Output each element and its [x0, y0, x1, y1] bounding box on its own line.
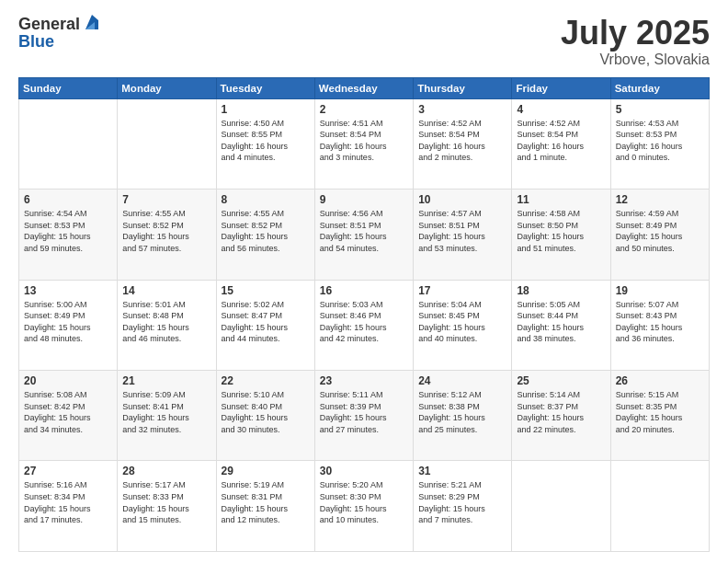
calendar-cell: 10Sunrise: 4:57 AM Sunset: 8:51 PM Dayli… — [414, 190, 512, 280]
day-number: 9 — [320, 193, 408, 206]
calendar-cell: 5Sunrise: 4:53 AM Sunset: 8:53 PM Daylig… — [610, 98, 709, 189]
page: General Blue July 2025 Vrbove, Slovakia … — [0, 0, 728, 563]
day-number: 7 — [122, 193, 210, 206]
calendar-cell: 13Sunrise: 5:00 AM Sunset: 8:49 PM Dayli… — [19, 280, 118, 370]
day-info: Sunrise: 5:14 AM Sunset: 8:37 PM Dayligh… — [517, 389, 605, 435]
day-number: 20 — [24, 374, 112, 387]
day-info: Sunrise: 4:56 AM Sunset: 8:51 PM Dayligh… — [320, 208, 408, 254]
day-number: 27 — [24, 465, 112, 477]
day-info: Sunrise: 5:08 AM Sunset: 8:42 PM Dayligh… — [24, 389, 112, 435]
day-info: Sunrise: 4:59 AM Sunset: 8:49 PM Dayligh… — [616, 208, 704, 254]
calendar-cell: 3Sunrise: 4:52 AM Sunset: 8:54 PM Daylig… — [414, 98, 512, 189]
day-info: Sunrise: 5:20 AM Sunset: 8:30 PM Dayligh… — [320, 479, 408, 525]
calendar-cell: 8Sunrise: 4:55 AM Sunset: 8:52 PM Daylig… — [216, 190, 314, 280]
title-block: July 2025 Vrbove, Slovakia — [561, 15, 710, 68]
calendar-cell: 9Sunrise: 4:56 AM Sunset: 8:51 PM Daylig… — [314, 190, 413, 280]
logo-blue-text: Blue — [18, 33, 54, 50]
calendar-week-row: 6Sunrise: 4:54 AM Sunset: 8:53 PM Daylig… — [19, 190, 710, 280]
day-number: 4 — [517, 103, 605, 116]
calendar-cell: 29Sunrise: 5:19 AM Sunset: 8:31 PM Dayli… — [216, 461, 314, 552]
day-number: 2 — [320, 103, 408, 116]
day-info: Sunrise: 4:52 AM Sunset: 8:54 PM Dayligh… — [418, 118, 506, 164]
day-number: 14 — [122, 284, 210, 297]
day-number: 15 — [222, 284, 310, 297]
day-info: Sunrise: 4:58 AM Sunset: 8:50 PM Dayligh… — [517, 208, 605, 254]
calendar-cell: 21Sunrise: 5:09 AM Sunset: 8:41 PM Dayli… — [118, 371, 216, 461]
day-info: Sunrise: 5:05 AM Sunset: 8:44 PM Dayligh… — [517, 299, 605, 345]
day-number: 17 — [418, 284, 506, 297]
day-info: Sunrise: 5:12 AM Sunset: 8:38 PM Dayligh… — [418, 389, 506, 435]
calendar-location: Vrbove, Slovakia — [561, 52, 710, 68]
calendar-cell: 25Sunrise: 5:14 AM Sunset: 8:37 PM Dayli… — [512, 371, 610, 461]
col-friday: Friday — [512, 77, 610, 98]
day-number: 10 — [418, 193, 506, 206]
day-info: Sunrise: 5:10 AM Sunset: 8:40 PM Dayligh… — [222, 389, 310, 435]
calendar-cell: 30Sunrise: 5:20 AM Sunset: 8:30 PM Dayli… — [314, 461, 413, 552]
calendar-header-row: Sunday Monday Tuesday Wednesday Thursday… — [19, 77, 710, 98]
day-number: 19 — [616, 284, 704, 297]
calendar-cell: 28Sunrise: 5:17 AM Sunset: 8:33 PM Dayli… — [118, 461, 216, 552]
day-info: Sunrise: 5:16 AM Sunset: 8:34 PM Dayligh… — [24, 479, 112, 525]
calendar-cell: 14Sunrise: 5:01 AM Sunset: 8:48 PM Dayli… — [118, 280, 216, 370]
day-info: Sunrise: 4:57 AM Sunset: 8:51 PM Dayligh… — [418, 208, 506, 254]
day-number: 8 — [222, 193, 310, 206]
col-saturday: Saturday — [610, 77, 709, 98]
calendar-cell: 27Sunrise: 5:16 AM Sunset: 8:34 PM Dayli… — [19, 461, 118, 552]
day-info: Sunrise: 5:07 AM Sunset: 8:43 PM Dayligh… — [616, 299, 704, 345]
day-number: 12 — [616, 193, 704, 206]
day-number: 22 — [222, 374, 310, 387]
day-info: Sunrise: 4:54 AM Sunset: 8:53 PM Dayligh… — [24, 208, 112, 254]
calendar-cell: 31Sunrise: 5:21 AM Sunset: 8:29 PM Dayli… — [414, 461, 512, 552]
day-info: Sunrise: 5:09 AM Sunset: 8:41 PM Dayligh… — [122, 389, 210, 435]
logo: General Blue — [18, 15, 102, 50]
day-info: Sunrise: 5:02 AM Sunset: 8:47 PM Dayligh… — [222, 299, 310, 345]
calendar-cell: 4Sunrise: 4:52 AM Sunset: 8:54 PM Daylig… — [512, 98, 610, 189]
day-info: Sunrise: 4:55 AM Sunset: 8:52 PM Dayligh… — [222, 208, 310, 254]
day-number: 1 — [222, 103, 310, 116]
calendar-cell: 11Sunrise: 4:58 AM Sunset: 8:50 PM Dayli… — [512, 190, 610, 280]
calendar-cell: 18Sunrise: 5:05 AM Sunset: 8:44 PM Dayli… — [512, 280, 610, 370]
calendar-week-row: 1Sunrise: 4:50 AM Sunset: 8:55 PM Daylig… — [19, 98, 710, 189]
day-number: 28 — [122, 465, 210, 477]
calendar-cell: 22Sunrise: 5:10 AM Sunset: 8:40 PM Dayli… — [216, 371, 314, 461]
day-number: 18 — [517, 284, 605, 297]
col-monday: Monday — [118, 77, 216, 98]
calendar-cell: 19Sunrise: 5:07 AM Sunset: 8:43 PM Dayli… — [610, 280, 709, 370]
calendar-cell — [610, 461, 709, 552]
day-number: 6 — [24, 193, 112, 206]
calendar-cell: 1Sunrise: 4:50 AM Sunset: 8:55 PM Daylig… — [216, 98, 314, 189]
day-info: Sunrise: 5:03 AM Sunset: 8:46 PM Dayligh… — [320, 299, 408, 345]
logo-icon — [82, 13, 102, 33]
day-info: Sunrise: 4:55 AM Sunset: 8:52 PM Dayligh… — [122, 208, 210, 254]
day-number: 30 — [320, 465, 408, 477]
day-info: Sunrise: 5:00 AM Sunset: 8:49 PM Dayligh… — [24, 299, 112, 345]
calendar-cell: 15Sunrise: 5:02 AM Sunset: 8:47 PM Dayli… — [216, 280, 314, 370]
day-info: Sunrise: 4:52 AM Sunset: 8:54 PM Dayligh… — [517, 118, 605, 164]
day-number: 24 — [418, 374, 506, 387]
calendar-title: July 2025 — [561, 15, 710, 52]
day-info: Sunrise: 5:19 AM Sunset: 8:31 PM Dayligh… — [222, 479, 310, 525]
calendar-cell — [512, 461, 610, 552]
col-tuesday: Tuesday — [216, 77, 314, 98]
calendar-cell: 2Sunrise: 4:51 AM Sunset: 8:54 PM Daylig… — [314, 98, 413, 189]
day-number: 25 — [517, 374, 605, 387]
logo-general-text: General — [18, 16, 80, 32]
day-number: 29 — [222, 465, 310, 477]
day-info: Sunrise: 5:21 AM Sunset: 8:29 PM Dayligh… — [418, 479, 506, 525]
day-number: 5 — [616, 103, 704, 116]
col-thursday: Thursday — [414, 77, 512, 98]
day-number: 13 — [24, 284, 112, 297]
calendar-week-row: 13Sunrise: 5:00 AM Sunset: 8:49 PM Dayli… — [19, 280, 710, 370]
day-info: Sunrise: 5:17 AM Sunset: 8:33 PM Dayligh… — [122, 479, 210, 525]
day-number: 3 — [418, 103, 506, 116]
calendar-cell: 6Sunrise: 4:54 AM Sunset: 8:53 PM Daylig… — [19, 190, 118, 280]
calendar-cell: 26Sunrise: 5:15 AM Sunset: 8:35 PM Dayli… — [610, 371, 709, 461]
col-wednesday: Wednesday — [314, 77, 413, 98]
header: General Blue July 2025 Vrbove, Slovakia — [18, 15, 710, 68]
day-info: Sunrise: 4:51 AM Sunset: 8:54 PM Dayligh… — [320, 118, 408, 164]
calendar-cell: 20Sunrise: 5:08 AM Sunset: 8:42 PM Dayli… — [19, 371, 118, 461]
calendar-cell: 12Sunrise: 4:59 AM Sunset: 8:49 PM Dayli… — [610, 190, 709, 280]
day-number: 26 — [616, 374, 704, 387]
day-number: 21 — [122, 374, 210, 387]
day-number: 11 — [517, 193, 605, 206]
